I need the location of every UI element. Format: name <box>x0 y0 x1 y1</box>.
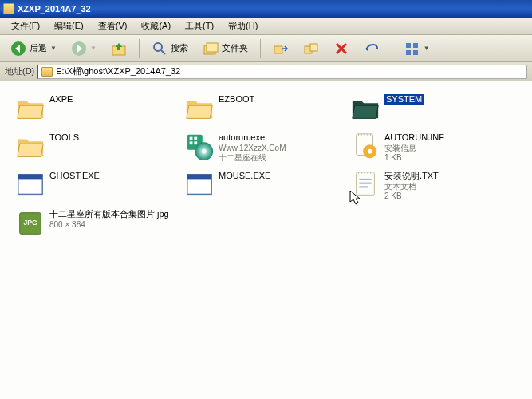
back-button[interactable]: 后退 ▼ <box>5 38 62 59</box>
item-label: EZBOOT <box>219 94 254 105</box>
file-jpg[interactable]: JPG 十二星座所有版本合集图片.jpg 800 × 384 <box>14 207 174 239</box>
move-button[interactable] <box>267 38 294 59</box>
svg-rect-20 <box>194 137 197 140</box>
item-sub: 1 KB <box>384 153 444 164</box>
folder-axpe[interactable]: AXPE <box>14 93 174 124</box>
svg-rect-19 <box>190 137 193 140</box>
item-sub: Www.12XzzX.CoM <box>219 144 286 154</box>
folders-icon <box>203 41 219 57</box>
item-label: MOUSE.EXE <box>219 171 270 182</box>
menu-tools[interactable]: 工具(T) <box>179 18 220 34</box>
svg-point-3 <box>154 43 162 51</box>
file-mouse-exe[interactable]: MOUSE.EXE <box>183 169 343 201</box>
folder-icon <box>183 93 215 124</box>
svg-rect-11 <box>413 43 418 48</box>
back-icon <box>10 41 26 57</box>
copy-icon <box>303 41 319 57</box>
window-title: XZXP_2014A7_32 <box>18 4 91 14</box>
address-field[interactable]: E:\X桶\ghost\XZXP_2014A7_32 <box>37 65 527 79</box>
svg-rect-21 <box>190 141 193 144</box>
svg-rect-6 <box>207 43 218 52</box>
separator <box>392 39 392 58</box>
addressbar: 地址(D) E:\X桶\ghost\XZXP_2014A7_32 <box>0 62 532 81</box>
svg-rect-12 <box>406 50 411 55</box>
file-autorun-inf[interactable]: AUTORUN.INF 安装信息 1 KB <box>349 131 509 164</box>
file-autorun-exe[interactable]: autorun.exe Www.12XzzX.CoM 十二星座在线 <box>183 131 343 164</box>
undo-button[interactable] <box>358 38 385 59</box>
search-label: 搜索 <box>171 42 188 54</box>
file-ghost-exe[interactable]: GHOST.EXE <box>14 169 174 201</box>
item-sub: 800 × 384 <box>49 220 169 231</box>
folder-tools[interactable]: TOOLS <box>14 131 174 163</box>
folder-icon <box>14 93 46 124</box>
item-label: 十二星座所有版本合集图片.jpg <box>49 209 169 220</box>
back-label: 后退 <box>30 42 47 54</box>
menu-help[interactable]: 帮助(H) <box>222 18 264 34</box>
forward-icon <box>71 41 87 57</box>
svg-line-4 <box>161 50 165 54</box>
chevron-down-icon: ▼ <box>424 45 430 52</box>
jpg-icon: JPG <box>14 207 46 239</box>
search-button[interactable]: 搜索 <box>146 38 194 59</box>
folder-system[interactable]: SYSTEM <box>349 93 509 124</box>
folder-icon <box>14 131 46 163</box>
chevron-down-icon: ▼ <box>50 45 57 52</box>
svg-rect-15 <box>18 175 42 180</box>
move-icon <box>273 41 289 57</box>
svg-rect-10 <box>406 43 411 48</box>
svg-text:JPG: JPG <box>23 219 37 227</box>
file-list[interactable]: AXPE TOOLS GHOST.EXE JPG 十二星座所有版本合集图片.jp… <box>0 81 532 399</box>
svg-rect-22 <box>194 141 197 144</box>
titlebar: XZXP_2014A7_32 <box>0 0 532 18</box>
item-label: autorun.exe <box>219 132 286 144</box>
item-sub: 十二星座在线 <box>219 153 286 164</box>
folder-icon <box>41 67 53 77</box>
menu-file[interactable]: 文件(F) <box>5 18 46 34</box>
svg-point-24 <box>202 149 207 154</box>
installer-icon <box>183 131 215 163</box>
svg-point-29 <box>368 149 372 154</box>
address-path: E:\X桶\ghost\XZXP_2014A7_32 <box>56 65 180 77</box>
up-button[interactable] <box>105 38 132 59</box>
menu-view[interactable]: 查看(V) <box>92 18 134 34</box>
address-label: 地址(D) <box>5 65 34 77</box>
folders-label: 文件夹 <box>222 42 248 54</box>
menu-edit[interactable]: 编辑(E) <box>48 18 90 34</box>
copy-button[interactable] <box>298 38 325 59</box>
item-label: AXPE <box>49 94 73 105</box>
folders-button[interactable]: 文件夹 <box>197 38 254 59</box>
item-label: SYSTEM <box>384 94 424 105</box>
inf-icon <box>349 131 381 163</box>
item-label: 安装说明.TXT <box>384 171 439 182</box>
forward-button[interactable]: ▼ <box>65 38 102 59</box>
file-install-txt[interactable]: 安装说明.TXT 文本文档 2 KB <box>349 169 509 202</box>
delete-icon <box>333 41 349 57</box>
folder-icon <box>3 3 14 14</box>
item-sub: 文本文档 <box>384 182 439 192</box>
svg-rect-13 <box>413 50 418 55</box>
up-folder-icon <box>111 41 127 57</box>
item-label: AUTORUN.INF <box>384 132 444 144</box>
menubar: 文件(F) 编辑(E) 查看(V) 收藏(A) 工具(T) 帮助(H) <box>0 18 532 35</box>
item-sub: 安装信息 <box>384 144 444 154</box>
undo-icon <box>364 41 380 57</box>
svg-rect-26 <box>187 175 211 180</box>
svg-rect-9 <box>310 44 317 51</box>
exe-icon <box>14 169 46 201</box>
item-label: TOOLS <box>49 132 79 144</box>
separator <box>139 39 140 58</box>
folder-ezboot[interactable]: EZBOOT <box>183 93 343 124</box>
item-label: GHOST.EXE <box>49 171 100 182</box>
delete-button[interactable] <box>328 38 355 59</box>
folder-icon <box>349 93 381 124</box>
svg-rect-7 <box>274 46 282 53</box>
views-icon <box>404 41 420 57</box>
toolbar: 后退 ▼ ▼ 搜索 文件夹 ▼ <box>0 35 532 62</box>
cursor-icon <box>349 190 362 207</box>
menu-fav[interactable]: 收藏(A) <box>135 18 177 34</box>
search-icon <box>152 41 167 57</box>
chevron-down-icon: ▼ <box>90 45 97 52</box>
views-button[interactable]: ▼ <box>399 38 435 59</box>
item-sub: 2 KB <box>384 192 439 202</box>
exe-icon <box>183 169 215 201</box>
